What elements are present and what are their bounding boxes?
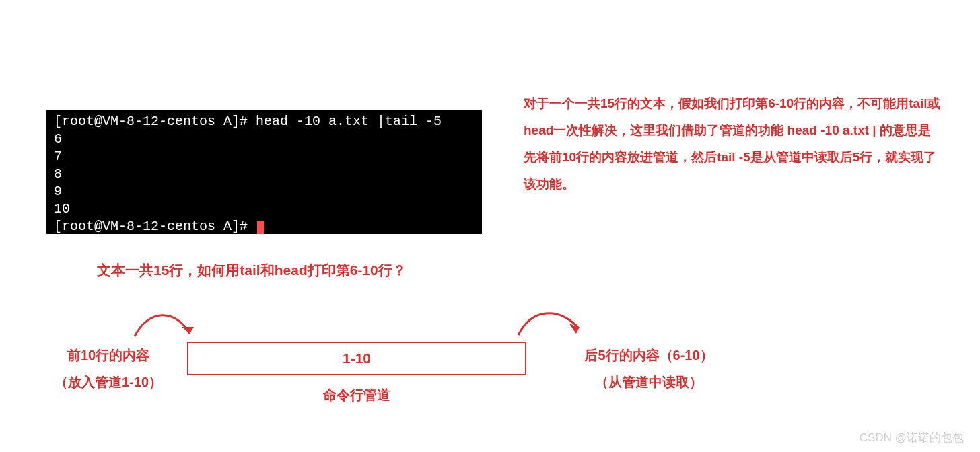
terminal-output: 8 — [54, 165, 474, 183]
svg-marker-0 — [182, 327, 194, 334]
pipe-label: 命令行管道 — [187, 386, 526, 404]
right-annotation-line1: 后5行的内容（6-10） — [561, 342, 736, 369]
pipe-box: 1-10 — [187, 342, 526, 375]
explanation-text: 对于一个一共15行的文本，假如我们打印第6-10行的内容，不可能用tail或he… — [524, 90, 941, 198]
right-annotation: 后5行的内容（6-10） （从管道中读取） — [561, 342, 736, 396]
left-annotation-line2: （放入管道1-10） — [31, 369, 186, 396]
cursor-icon — [257, 221, 264, 234]
terminal-line-prompt: [root@VM-8-12-centos A]# — [54, 218, 474, 235]
terminal-output: 9 — [54, 183, 474, 200]
left-annotation: 前10行的内容 （放入管道1-10） — [31, 342, 186, 396]
terminal-window: [root@VM-8-12-centos A]# head -10 a.txt … — [46, 110, 482, 234]
terminal-output: 10 — [54, 200, 474, 218]
watermark-text: CSDN @诺诺的包包 — [860, 430, 964, 445]
terminal-prompt: [root@VM-8-12-centos A]# — [54, 114, 256, 129]
terminal-output: 6 — [54, 130, 474, 148]
question-text: 文本一共15行，如何用tail和head打印第6-10行？ — [97, 261, 407, 280]
terminal-prompt: [root@VM-8-12-centos A]# — [54, 219, 256, 234]
terminal-command: head -10 a.txt |tail -5 — [256, 114, 442, 129]
pipe-content: 1-10 — [343, 350, 371, 367]
right-annotation-line2: （从管道中读取） — [561, 369, 736, 396]
terminal-output: 7 — [54, 148, 474, 165]
terminal-line-cmd: [root@VM-8-12-centos A]# head -10 a.txt … — [54, 113, 474, 130]
